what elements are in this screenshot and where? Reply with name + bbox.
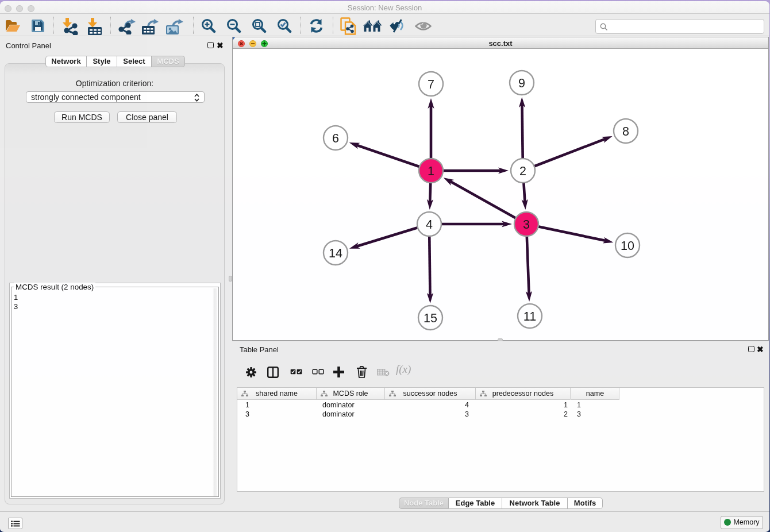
- svg-text:14: 14: [329, 246, 342, 260]
- svg-text:11: 11: [523, 310, 536, 323]
- svg-text:4: 4: [426, 218, 433, 232]
- svg-text:1: 1: [428, 164, 434, 178]
- svg-text:2: 2: [519, 164, 526, 178]
- svg-text:6: 6: [332, 132, 339, 145]
- svg-text:9: 9: [518, 76, 525, 90]
- svg-text:15: 15: [424, 311, 437, 325]
- svg-text:8: 8: [622, 125, 629, 138]
- svg-text:3: 3: [523, 218, 530, 232]
- svg-text:7: 7: [428, 78, 434, 91]
- svg-text:10: 10: [621, 239, 634, 253]
